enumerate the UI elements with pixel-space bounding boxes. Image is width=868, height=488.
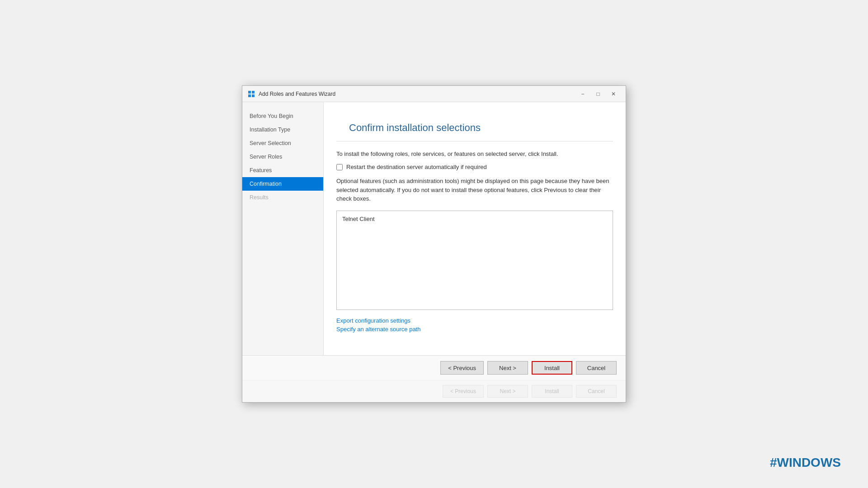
sidebar-item-server-selection[interactable]: Server Selection (242, 136, 323, 150)
restart-checkbox[interactable] (336, 164, 343, 170)
sidebar-item-features[interactable]: Features (242, 164, 323, 177)
page-header: Confirm installation selections (336, 111, 613, 141)
shadow-next-button: Next > (487, 385, 528, 398)
page-title: Confirm installation selections (349, 122, 600, 134)
sidebar: Before You Begin Installation Type Serve… (242, 102, 324, 355)
window-controls: − □ ✕ (576, 89, 620, 99)
previous-button[interactable]: < Previous (440, 361, 484, 375)
svg-rect-0 (248, 91, 251, 94)
restart-label: Restart the destination server automatic… (346, 164, 487, 170)
restart-checkbox-row: Restart the destination server automatic… (336, 164, 613, 170)
feature-box: Telnet Client (336, 211, 613, 310)
install-button[interactable]: Install (532, 361, 572, 375)
right-panel: Confirm installation selections To insta… (324, 102, 626, 355)
feature-item-telnet: Telnet Client (342, 216, 607, 222)
window-icon (248, 90, 255, 98)
shadow-cancel-button: Cancel (576, 385, 617, 398)
cancel-button[interactable]: Cancel (576, 361, 617, 375)
sidebar-item-confirmation[interactable]: Confirmation (242, 177, 323, 191)
export-config-link[interactable]: Export configuration settings (336, 317, 613, 324)
main-content: Before You Begin Installation Type Serve… (242, 102, 626, 355)
alternate-source-link[interactable]: Specify an alternate source path (336, 326, 613, 333)
sidebar-item-installation-type[interactable]: Installation Type (242, 123, 323, 136)
minimize-button[interactable]: − (576, 89, 590, 99)
intro-text: To install the following roles, role ser… (336, 150, 613, 157)
hashtag-label: #WINDOWS (770, 455, 841, 470)
wizard-window: Add Roles and Features Wizard − □ ✕ Befo… (242, 85, 626, 403)
maximize-button[interactable]: □ (591, 89, 605, 99)
next-button[interactable]: Next > (487, 361, 528, 375)
sidebar-item-before-you-begin[interactable]: Before You Begin (242, 109, 323, 123)
shadow-footer: < Previous Next > Install Cancel (242, 380, 626, 402)
svg-rect-3 (252, 94, 255, 97)
window-title: Add Roles and Features Wizard (259, 91, 335, 97)
title-bar-left: Add Roles and Features Wizard (248, 90, 335, 98)
footer: < Previous Next > Install Cancel (242, 355, 626, 380)
sidebar-item-server-roles[interactable]: Server Roles (242, 150, 323, 164)
shadow-install-button: Install (532, 385, 572, 398)
svg-rect-1 (252, 91, 255, 94)
svg-rect-2 (248, 94, 251, 97)
sidebar-item-results: Results (242, 191, 323, 204)
title-bar: Add Roles and Features Wizard − □ ✕ (242, 86, 626, 102)
shadow-previous-button: < Previous (443, 385, 484, 398)
optional-text: Optional features (such as administratio… (336, 177, 613, 203)
close-button[interactable]: ✕ (607, 89, 620, 99)
